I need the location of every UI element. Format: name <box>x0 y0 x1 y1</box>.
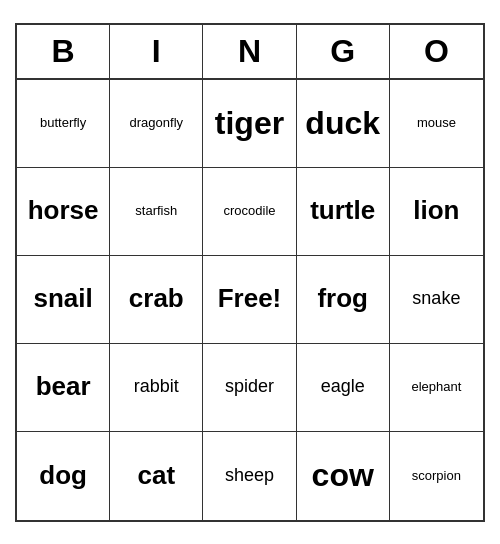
bingo-cell: crocodile <box>203 168 296 256</box>
bingo-cell: bear <box>17 344 110 432</box>
bingo-cell: duck <box>297 80 390 168</box>
cell-text: eagle <box>321 376 365 398</box>
bingo-header: BINGO <box>17 25 483 80</box>
cell-text: sheep <box>225 465 274 487</box>
bingo-cell: cow <box>297 432 390 520</box>
cell-text: duck <box>305 104 380 142</box>
cell-text: starfish <box>135 203 177 219</box>
cell-text: mouse <box>417 115 456 131</box>
cell-text: horse <box>28 195 99 226</box>
cell-text: lion <box>413 195 459 226</box>
bingo-grid: butterflydragonflytigerduckmousehorsesta… <box>17 80 483 520</box>
bingo-card: BINGO butterflydragonflytigerduckmouseho… <box>15 23 485 522</box>
cell-text: butterfly <box>40 115 86 131</box>
cell-text: crab <box>129 283 184 314</box>
header-letter: G <box>297 25 390 78</box>
bingo-cell: sheep <box>203 432 296 520</box>
cell-text: spider <box>225 376 274 398</box>
bingo-cell: cat <box>110 432 203 520</box>
bingo-cell: mouse <box>390 80 483 168</box>
bingo-cell: snake <box>390 256 483 344</box>
bingo-cell: starfish <box>110 168 203 256</box>
bingo-cell: dog <box>17 432 110 520</box>
cell-text: Free! <box>218 283 282 314</box>
cell-text: elephant <box>411 379 461 395</box>
cell-text: crocodile <box>223 203 275 219</box>
header-letter: N <box>203 25 296 78</box>
cell-text: rabbit <box>134 376 179 398</box>
cell-text: dog <box>39 460 87 491</box>
bingo-cell: dragonfly <box>110 80 203 168</box>
header-letter: B <box>17 25 110 78</box>
cell-text: turtle <box>310 195 375 226</box>
cell-text: snake <box>412 288 460 310</box>
bingo-cell: scorpion <box>390 432 483 520</box>
bingo-cell: butterfly <box>17 80 110 168</box>
bingo-cell: horse <box>17 168 110 256</box>
bingo-cell: tiger <box>203 80 296 168</box>
bingo-cell: snail <box>17 256 110 344</box>
cell-text: snail <box>33 283 92 314</box>
bingo-cell: frog <box>297 256 390 344</box>
cell-text: frog <box>317 283 368 314</box>
cell-text: cat <box>138 460 176 491</box>
cell-text: cow <box>312 456 374 494</box>
bingo-cell: crab <box>110 256 203 344</box>
bingo-cell: lion <box>390 168 483 256</box>
bingo-cell: eagle <box>297 344 390 432</box>
bingo-cell: spider <box>203 344 296 432</box>
bingo-cell: elephant <box>390 344 483 432</box>
cell-text: bear <box>36 371 91 402</box>
header-letter: I <box>110 25 203 78</box>
bingo-cell: turtle <box>297 168 390 256</box>
cell-text: tiger <box>215 104 284 142</box>
bingo-cell: rabbit <box>110 344 203 432</box>
cell-text: dragonfly <box>130 115 183 131</box>
cell-text: scorpion <box>412 468 461 484</box>
header-letter: O <box>390 25 483 78</box>
bingo-cell: Free! <box>203 256 296 344</box>
